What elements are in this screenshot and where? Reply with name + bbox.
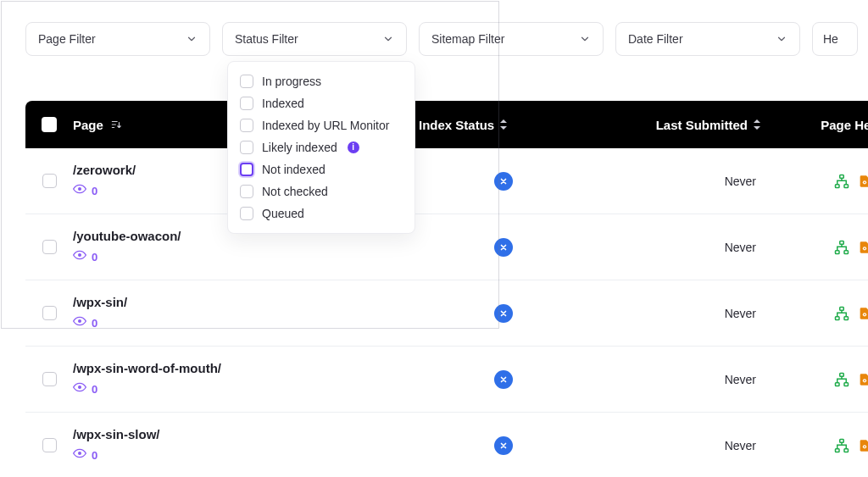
status-filter-dropdown[interactable]: Status Filter xyxy=(222,22,407,56)
sitemap-icon[interactable] xyxy=(834,438,849,453)
column-header-last-submitted[interactable]: Last Submitted xyxy=(588,118,775,132)
checkbox-icon xyxy=(42,306,57,320)
sitemap-filter-dropdown[interactable]: Sitemap Filter xyxy=(419,22,604,56)
status-filter-label: Status Filter xyxy=(235,32,298,46)
select-all-cell[interactable] xyxy=(25,117,73,132)
column-label: Page xyxy=(73,118,103,132)
status-option-in-progress[interactable]: In progress xyxy=(236,70,406,92)
page-filter-dropdown[interactable]: Page Filter xyxy=(25,22,210,56)
chevron-down-icon xyxy=(579,33,591,45)
document-search-icon[interactable] xyxy=(858,240,868,255)
option-label: Not checked xyxy=(262,185,328,198)
status-option-indexed-by-url-monitor[interactable]: Indexed by URL Monitor xyxy=(236,114,406,136)
eye-icon xyxy=(73,248,86,265)
table-row[interactable]: /zerowork/ 0 Never xyxy=(25,148,868,214)
svg-rect-27 xyxy=(844,382,849,385)
status-option-queued[interactable]: Queued xyxy=(236,202,406,225)
document-search-icon[interactable] xyxy=(858,306,868,321)
option-label: Indexed xyxy=(262,97,304,110)
chevron-down-icon xyxy=(776,33,787,45)
row-select[interactable] xyxy=(25,372,73,386)
svg-rect-1 xyxy=(840,175,844,178)
checkbox-icon xyxy=(42,438,57,452)
svg-rect-26 xyxy=(836,382,840,385)
page-views: 0 xyxy=(73,248,419,265)
cell-page-health xyxy=(775,438,868,453)
sitemap-filter-label: Sitemap Filter xyxy=(431,32,504,46)
svg-point-0 xyxy=(78,187,81,191)
info-icon[interactable]: i xyxy=(348,141,359,153)
table-row[interactable]: /wpx-sin-slow/ 0 Never xyxy=(25,413,868,477)
checkbox-icon xyxy=(240,163,253,176)
sitemap-icon[interactable] xyxy=(834,174,849,189)
option-label: Queued xyxy=(262,207,304,220)
status-option-not-indexed[interactable]: Not indexed xyxy=(236,158,406,180)
health-filter-dropdown-truncated[interactable]: He xyxy=(812,22,858,56)
svg-point-5 xyxy=(864,181,865,183)
table-body: /zerowork/ 0 Never /youtube-owacon/ 0 xyxy=(25,148,868,477)
eye-icon xyxy=(73,446,86,463)
table-header: Page Index Status Last Submitted Page He… xyxy=(25,101,868,148)
svg-rect-19 xyxy=(844,316,849,319)
page-url[interactable]: /wpx-sin/ xyxy=(73,295,419,309)
row-select[interactable] xyxy=(25,306,73,320)
svg-rect-3 xyxy=(844,184,849,187)
cell-last-submitted: Never xyxy=(588,241,775,254)
date-filter-label: Date Filter xyxy=(628,32,683,46)
page-url[interactable]: /wpx-sin-slow/ xyxy=(73,427,419,441)
svg-point-8 xyxy=(78,253,81,257)
svg-rect-35 xyxy=(844,448,849,452)
cell-last-submitted: Never xyxy=(588,373,775,386)
cell-last-submitted: Never xyxy=(588,439,775,452)
svg-rect-18 xyxy=(836,316,840,319)
svg-rect-25 xyxy=(840,373,844,376)
svg-point-21 xyxy=(864,313,865,315)
checkbox-icon xyxy=(240,207,253,220)
checkbox-icon xyxy=(240,185,253,198)
svg-rect-33 xyxy=(840,439,844,442)
sitemap-icon[interactable] xyxy=(834,372,849,387)
status-option-likely-indexed[interactable]: Likely indexed i xyxy=(236,136,406,158)
option-label: Indexed by URL Monitor xyxy=(262,119,389,132)
document-search-icon[interactable] xyxy=(858,174,868,189)
cell-index-status xyxy=(419,370,588,389)
sitemap-icon[interactable] xyxy=(834,240,849,255)
status-filter-menu: In progress Indexed Indexed by URL Monit… xyxy=(227,61,415,234)
status-option-indexed[interactable]: Indexed xyxy=(236,92,406,114)
checkbox-icon xyxy=(42,240,57,254)
sort-icon xyxy=(753,119,761,130)
cell-page: /wpx-sin/ 0 xyxy=(73,295,419,331)
page-url[interactable]: /wpx-sin-word-of-mouth/ xyxy=(73,361,419,375)
svg-rect-10 xyxy=(836,250,840,253)
table-row[interactable]: /wpx-sin-word-of-mouth/ 0 Never xyxy=(25,347,868,413)
column-label: Page Health xyxy=(821,118,868,132)
svg-point-37 xyxy=(864,446,865,447)
svg-rect-11 xyxy=(844,250,849,253)
cell-page: /wpx-sin-slow/ 0 xyxy=(73,427,419,463)
table-row[interactable]: /youtube-owacon/ 0 Never xyxy=(25,214,868,280)
sort-icon xyxy=(499,119,508,130)
cell-page: /wpx-sin-word-of-mouth/ 0 xyxy=(73,361,419,397)
status-option-not-checked[interactable]: Not checked xyxy=(236,180,406,202)
sitemap-icon[interactable] xyxy=(834,306,849,321)
svg-rect-9 xyxy=(840,241,844,244)
cell-index-status xyxy=(419,304,588,323)
not-indexed-icon xyxy=(494,304,513,323)
chevron-down-icon xyxy=(186,33,198,45)
cell-index-status xyxy=(419,436,588,455)
svg-rect-2 xyxy=(836,184,840,187)
svg-rect-17 xyxy=(840,307,844,310)
checkbox-icon xyxy=(42,372,57,386)
row-select[interactable] xyxy=(25,174,73,188)
eye-icon xyxy=(73,314,86,331)
document-search-icon[interactable] xyxy=(858,438,868,453)
document-search-icon[interactable] xyxy=(858,372,868,387)
row-select[interactable] xyxy=(25,240,73,254)
column-label: Index Status xyxy=(419,118,494,132)
column-header-index-status[interactable]: Index Status xyxy=(419,118,588,132)
row-select[interactable] xyxy=(25,438,73,452)
date-filter-dropdown[interactable]: Date Filter xyxy=(615,22,800,56)
page-views: 0 xyxy=(73,380,419,397)
table-row[interactable]: /wpx-sin/ 0 Never xyxy=(25,280,868,347)
checkbox-icon xyxy=(240,119,253,132)
